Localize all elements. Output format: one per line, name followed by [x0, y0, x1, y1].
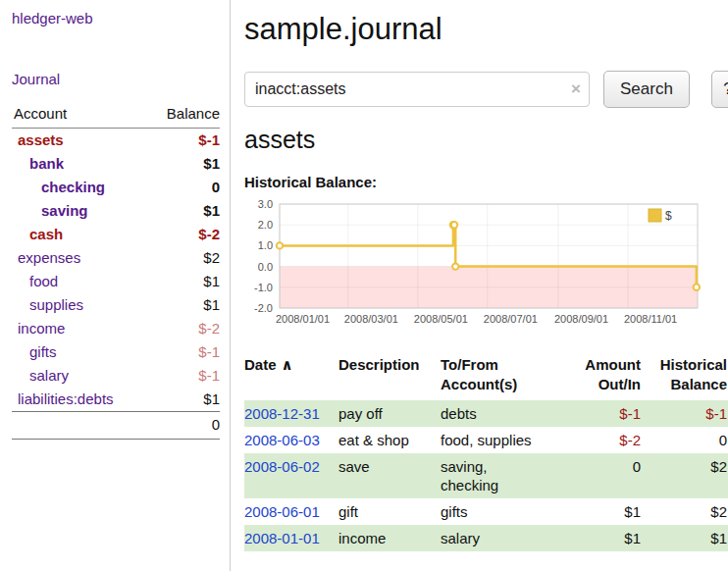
register-col-balance: HistoricalBalance: [649, 353, 728, 400]
account-link[interactable]: liabilities:debts: [18, 390, 114, 407]
account-name-cell: supplies: [12, 293, 146, 317]
transaction-date-link[interactable]: 2008-06-01: [244, 503, 320, 520]
account-name-cell: gifts: [12, 340, 146, 364]
sidebar-item-journal[interactable]: Journal: [12, 71, 60, 87]
accounts-table: Account Balance assets$-1bank$1checking0…: [12, 103, 220, 440]
transaction-date-cell: 2008-06-03: [244, 427, 338, 453]
search-row: × Search ?: [244, 71, 728, 108]
accounts-total-spacer: [12, 412, 146, 440]
account-name-cell: salary: [12, 364, 146, 388]
transaction-balance: 0: [649, 427, 728, 453]
account-balance: $1: [146, 199, 220, 223]
y-axis-tick-label: -2.0: [254, 302, 273, 314]
account-balance: $1: [146, 293, 220, 317]
register-col-date[interactable]: Date∧: [244, 353, 338, 400]
account-row: expenses$2: [12, 246, 220, 270]
account-name-cell: bank: [12, 152, 146, 176]
chart-point[interactable]: [451, 222, 457, 228]
x-axis-tick-label: 2008/11/01: [624, 313, 677, 325]
transaction-accounts: saving, checking: [441, 453, 570, 498]
transaction-amount: $1: [570, 525, 649, 551]
transaction-accounts: salary: [441, 525, 570, 551]
transaction-balance: $2: [649, 453, 728, 498]
account-link[interactable]: bank: [29, 155, 64, 172]
transaction-balance: $2: [649, 498, 728, 525]
register-row: 2008-06-02savesaving, checking0$2: [244, 453, 728, 498]
transaction-date-link[interactable]: 2008-06-03: [244, 432, 320, 448]
transaction-date-cell: 2008-06-02: [244, 453, 338, 498]
transaction-accounts: gifts: [441, 498, 570, 525]
account-name-cell: income: [12, 317, 146, 340]
sort-asc-icon[interactable]: ∧: [282, 356, 293, 373]
chart-point[interactable]: [694, 285, 700, 290]
account-link[interactable]: checking: [41, 179, 105, 195]
register-row: 2008-06-03eat & shopfood, supplies$-20: [244, 427, 728, 453]
account-balance: $-2: [146, 223, 220, 246]
transaction-description: eat & shop: [338, 427, 441, 453]
register-row: 2008-06-01giftgifts$1$2: [244, 498, 728, 525]
x-axis-tick-label: 2008/05/01: [414, 313, 468, 325]
x-axis-tick-label: 2008/09/01: [554, 313, 608, 325]
account-link[interactable]: salary: [29, 367, 69, 384]
help-button[interactable]: ?: [711, 71, 728, 108]
transaction-description: gift: [338, 498, 441, 525]
register-body: 2008-12-31pay offdebts$-1$-12008-06-03ea…: [244, 400, 728, 551]
main-content: sample.journal × Search ? assets Histori…: [231, 0, 728, 571]
legend-swatch: [649, 209, 661, 222]
transaction-description: save: [338, 453, 441, 498]
register-row: 2008-12-31pay offdebts$-1$-1: [244, 400, 728, 427]
chart-point[interactable]: [277, 242, 283, 248]
register-row: 2008-01-01incomesalary$1$1: [244, 525, 728, 551]
transaction-date-cell: 2008-01-01: [244, 525, 338, 551]
x-axis-tick-label: 2008/01/01: [276, 313, 330, 325]
chart-point[interactable]: [452, 263, 458, 269]
account-row: supplies$1: [12, 293, 220, 317]
account-row: assets$-1: [12, 129, 220, 153]
account-row: saving$1: [12, 199, 220, 223]
transaction-date-cell: 2008-12-31: [244, 400, 338, 427]
account-link[interactable]: saving: [41, 202, 88, 219]
transaction-amount: $-1: [570, 400, 649, 427]
transaction-amount: $1: [570, 498, 649, 525]
page-title: sample.journal: [244, 12, 728, 47]
register-col-description: Description: [338, 353, 441, 400]
transaction-date-link[interactable]: 2008-01-01: [244, 530, 320, 546]
transaction-date-link[interactable]: 2008-12-31: [244, 405, 320, 422]
account-balance: $2: [146, 246, 220, 270]
balance-chart[interactable]: 3.02.01.00.0-1.0-2.02008/01/012008/03/01…: [244, 196, 728, 337]
accounts-total-row: 0: [12, 412, 220, 440]
app-title-link[interactable]: hledger-web: [12, 10, 93, 26]
transaction-date-link[interactable]: 2008-06-02: [244, 458, 320, 475]
y-axis-tick-label: 1.0: [258, 239, 273, 251]
account-link[interactable]: supplies: [29, 296, 83, 313]
account-balance: $1: [146, 270, 220, 293]
account-row: checking0: [12, 176, 220, 199]
account-link[interactable]: income: [18, 320, 65, 337]
account-link[interactable]: expenses: [18, 249, 80, 266]
account-row: bank$1: [12, 152, 220, 176]
x-axis-tick-label: 2008/03/01: [344, 313, 398, 325]
transaction-accounts: food, supplies: [441, 427, 570, 453]
account-name-cell: saving: [12, 199, 146, 223]
account-heading: assets: [244, 126, 728, 154]
account-balance: $-1: [146, 129, 220, 153]
transaction-date-cell: 2008-06-01: [244, 498, 338, 525]
account-link[interactable]: gifts: [29, 343, 57, 360]
search-input[interactable]: [244, 72, 590, 107]
sidebar: hledger-web Journal Account Balance asse…: [0, 0, 231, 571]
account-balance: $-1: [146, 340, 220, 364]
y-axis-tick-label: -1.0: [254, 282, 273, 293]
transaction-amount: 0: [570, 453, 649, 498]
account-name-cell: checking: [12, 176, 146, 199]
search-box: ×: [244, 72, 590, 107]
search-button[interactable]: Search: [603, 71, 690, 108]
account-name-cell: food: [12, 270, 146, 293]
account-link[interactable]: food: [29, 273, 58, 289]
x-axis-tick-label: 2008/07/01: [484, 313, 538, 325]
account-link[interactable]: assets: [18, 131, 64, 148]
account-link[interactable]: cash: [29, 226, 63, 242]
transaction-balance: $-1: [649, 400, 728, 427]
clear-search-icon[interactable]: ×: [571, 79, 581, 99]
transaction-description: pay off: [338, 400, 441, 427]
transaction-balance: $1: [649, 525, 728, 551]
